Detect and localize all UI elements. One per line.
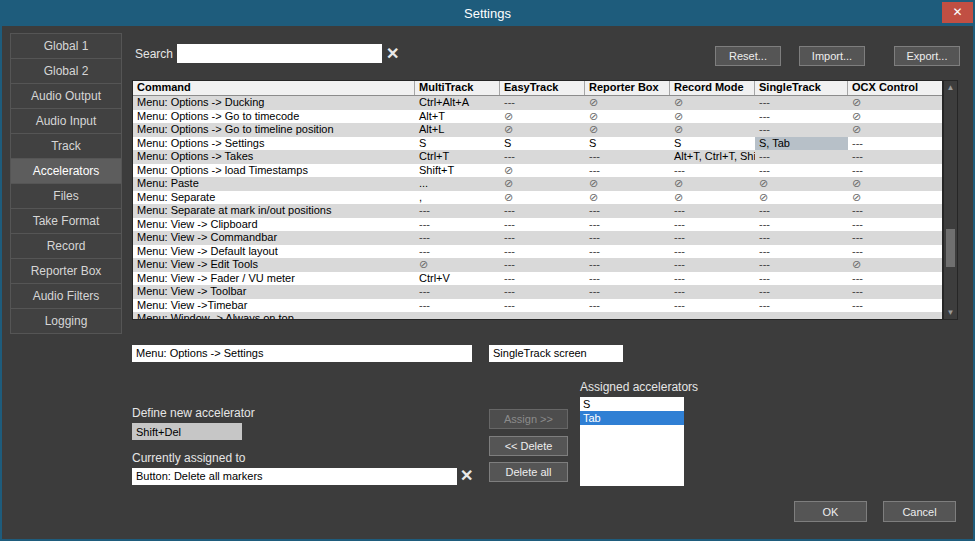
- table-cell[interactable]: ⊘: [670, 191, 755, 205]
- table-cell[interactable]: ---: [670, 245, 755, 259]
- column-header[interactable]: MultiTrack: [415, 81, 500, 95]
- table-cell[interactable]: ---: [848, 231, 942, 245]
- table-cell[interactable]: Menu: Options -> load Timestamps: [133, 164, 415, 178]
- table-cell[interactable]: Ctrl+T: [415, 150, 500, 164]
- table-cell[interactable]: ---: [585, 272, 670, 286]
- table-cell[interactable]: ---: [585, 218, 670, 232]
- sidebar-item-accelerators[interactable]: Accelerators: [10, 158, 122, 184]
- accelerator-item[interactable]: S: [580, 397, 684, 411]
- table-cell[interactable]: ---: [848, 312, 942, 320]
- sidebar-item-files[interactable]: Files: [10, 183, 122, 209]
- sidebar-item-track[interactable]: Track: [10, 133, 122, 159]
- sidebar-item-audio-input[interactable]: Audio Input: [10, 108, 122, 134]
- sidebar-item-logging[interactable]: Logging: [10, 308, 122, 334]
- table-cell[interactable]: ---: [415, 231, 500, 245]
- search-input[interactable]: [177, 44, 382, 63]
- table-cell[interactable]: ---: [670, 218, 755, 232]
- table-cell[interactable]: ---: [500, 245, 585, 259]
- table-row[interactable]: Menu: Options -> SettingsSSSSS, Tab---: [133, 137, 942, 151]
- table-cell[interactable]: Ctrl+Alt+A: [415, 96, 500, 110]
- table-cell[interactable]: ---: [755, 110, 848, 124]
- table-cell[interactable]: ---: [670, 272, 755, 286]
- table-cell[interactable]: ---: [500, 204, 585, 218]
- table-cell[interactable]: Menu: Separate: [133, 191, 415, 205]
- table-cell[interactable]: ⊘: [848, 123, 942, 137]
- table-cell[interactable]: ⊘: [848, 96, 942, 110]
- table-cell[interactable]: ---: [755, 123, 848, 137]
- table-cell[interactable]: ---: [500, 218, 585, 232]
- table-cell[interactable]: ⊘: [585, 96, 670, 110]
- table-cell[interactable]: ⊘: [755, 191, 848, 205]
- table-cell[interactable]: ⊘: [848, 177, 942, 191]
- table-cell[interactable]: ---: [755, 299, 848, 313]
- table-cell[interactable]: ---: [848, 164, 942, 178]
- column-header[interactable]: SingleTrack: [755, 81, 848, 95]
- table-cell[interactable]: ---: [500, 312, 585, 320]
- scrollbar-thumb[interactable]: [946, 229, 955, 267]
- sidebar-item-global-1[interactable]: Global 1: [10, 33, 122, 59]
- table-cell[interactable]: ⊘: [500, 191, 585, 205]
- table-cell[interactable]: ---: [500, 150, 585, 164]
- table-row[interactable]: Menu: Paste...⊘⊘⊘⊘⊘: [133, 177, 942, 191]
- table-cell[interactable]: ⊘: [585, 123, 670, 137]
- table-cell[interactable]: ---: [848, 285, 942, 299]
- table-cell[interactable]: ---: [755, 258, 848, 272]
- table-cell[interactable]: ---: [755, 150, 848, 164]
- table-cell[interactable]: Menu: View -> Clipboard: [133, 218, 415, 232]
- table-cell[interactable]: ---: [848, 299, 942, 313]
- table-cell[interactable]: Menu: Paste: [133, 177, 415, 191]
- table-cell[interactable]: S: [500, 137, 585, 151]
- table-scrollbar[interactable]: ▲ ▼: [943, 80, 958, 320]
- table-cell[interactable]: ---: [755, 245, 848, 259]
- table-row[interactable]: Menu: Options -> load TimestampsShift+T⊘…: [133, 164, 942, 178]
- table-cell[interactable]: ---: [585, 312, 670, 320]
- table-cell[interactable]: ---: [848, 245, 942, 259]
- table-cell[interactable]: ---: [670, 231, 755, 245]
- table-cell[interactable]: ---: [755, 218, 848, 232]
- table-cell[interactable]: ⊘: [670, 110, 755, 124]
- delete-all-button[interactable]: Delete all: [489, 462, 568, 482]
- table-cell[interactable]: Alt+L: [415, 123, 500, 137]
- table-cell[interactable]: ---: [755, 164, 848, 178]
- cancel-button[interactable]: Cancel: [883, 501, 956, 522]
- table-cell[interactable]: ---: [500, 299, 585, 313]
- table-row[interactable]: Menu: Options -> DuckingCtrl+Alt+A---⊘⊘-…: [133, 96, 942, 110]
- table-cell[interactable]: ---: [415, 245, 500, 259]
- sidebar-item-audio-filters[interactable]: Audio Filters: [10, 283, 122, 309]
- table-cell[interactable]: ⊘: [755, 177, 848, 191]
- column-header[interactable]: Reporter Box: [585, 81, 670, 95]
- table-cell[interactable]: Menu: View -> Fader / VU meter: [133, 272, 415, 286]
- export-button[interactable]: Export...: [894, 46, 960, 66]
- table-row[interactable]: Menu: View ->Timebar------------------: [133, 299, 942, 313]
- search-clear-icon[interactable]: ✕: [386, 45, 399, 63]
- table-cell[interactable]: ⊘: [500, 177, 585, 191]
- table-cell[interactable]: ---: [670, 204, 755, 218]
- table-cell[interactable]: ⊘: [848, 191, 942, 205]
- table-row[interactable]: Menu: Options -> TakesCtrl+T------Alt+T,…: [133, 150, 942, 164]
- table-row[interactable]: Menu: View -> Commandbar----------------…: [133, 231, 942, 245]
- table-cell[interactable]: Alt+T: [415, 110, 500, 124]
- table-cell[interactable]: ---: [848, 137, 942, 151]
- table-cell[interactable]: ⊘: [585, 191, 670, 205]
- sidebar-item-global-2[interactable]: Global 2: [10, 58, 122, 84]
- table-cell[interactable]: ---: [500, 96, 585, 110]
- table-cell[interactable]: ⊘: [500, 110, 585, 124]
- table-cell[interactable]: ---: [670, 299, 755, 313]
- table-row[interactable]: Menu: View -> Toolbar------------------: [133, 285, 942, 299]
- table-cell[interactable]: Ctrl+V: [415, 272, 500, 286]
- table-cell[interactable]: ---: [848, 272, 942, 286]
- table-cell[interactable]: ⊘: [670, 123, 755, 137]
- table-cell[interactable]: Shift+T: [415, 164, 500, 178]
- table-cell[interactable]: ---: [670, 258, 755, 272]
- table-cell[interactable]: ---: [585, 285, 670, 299]
- table-cell[interactable]: Menu: Options -> Go to timecode: [133, 110, 415, 124]
- table-cell[interactable]: ---: [585, 245, 670, 259]
- table-cell[interactable]: ---: [585, 204, 670, 218]
- table-cell[interactable]: ---: [755, 272, 848, 286]
- table-cell[interactable]: ---: [585, 299, 670, 313]
- table-cell[interactable]: ---: [670, 312, 755, 320]
- table-row[interactable]: Menu: View -> Default layout------------…: [133, 245, 942, 259]
- sidebar-item-audio-output[interactable]: Audio Output: [10, 83, 122, 109]
- table-cell[interactable]: ...: [415, 177, 500, 191]
- assign-button[interactable]: Assign >>: [489, 409, 568, 429]
